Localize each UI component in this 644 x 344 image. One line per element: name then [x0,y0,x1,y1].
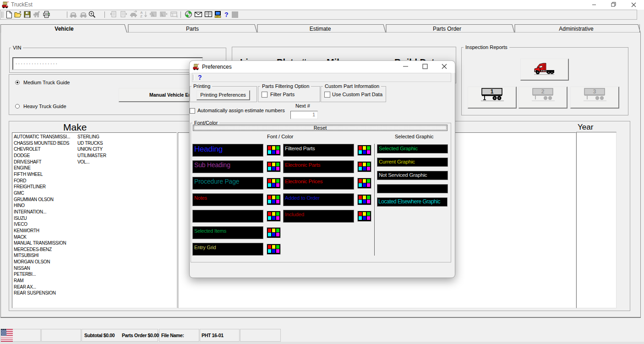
svg-text:5: 5 [176,15,178,18]
svg-text:3: 3 [593,88,596,95]
svg-text:Parts Order: Parts Order [433,26,461,32]
svg-text:?: ? [224,11,229,18]
svg-text:Parts: Parts [186,26,199,32]
svg-text:1: 1 [491,88,494,95]
svg-text:Administrative: Administrative [559,26,594,32]
svg-text:Vehicle: Vehicle [55,26,74,32]
svg-text:Estimate: Estimate [310,26,331,32]
svg-text:2: 2 [541,88,545,95]
svg-text:Z: Z [140,14,142,18]
